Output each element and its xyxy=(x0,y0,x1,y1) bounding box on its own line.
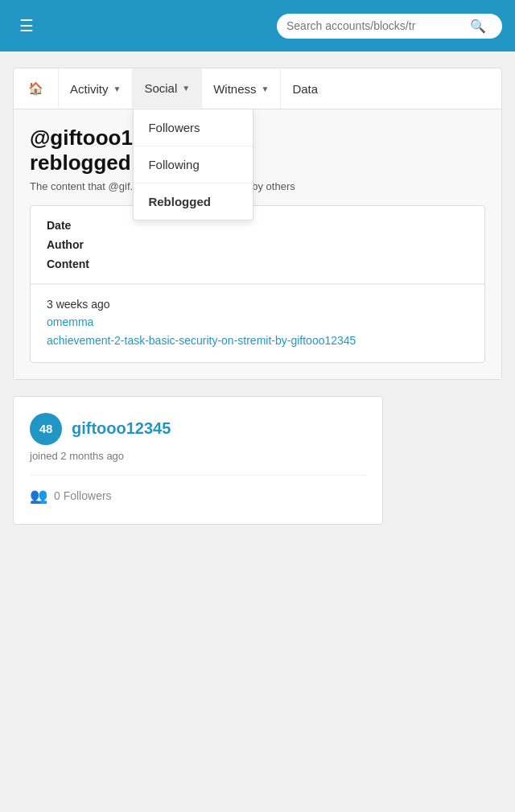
chevron-down-icon-social: ▼ xyxy=(182,84,190,93)
search-icon[interactable]: 🔍 xyxy=(470,19,486,34)
tab-nav: 🏠 Activity ▼ Social ▼ Followers Followin… xyxy=(14,68,501,109)
home-icon: 🏠 xyxy=(28,81,43,96)
divider xyxy=(30,475,366,476)
table-col-author: Author xyxy=(47,238,468,251)
avatar: 48 xyxy=(30,413,62,445)
table-header: Date Author Content xyxy=(31,206,484,284)
table-col-content: Content xyxy=(47,258,468,270)
page-title: @giftooo1 content reblogged rs xyxy=(30,126,485,175)
profile-followers: 👥 0 Followers xyxy=(30,487,366,505)
dropdown-item-following[interactable]: Following xyxy=(134,146,253,183)
followers-icon: 👥 xyxy=(30,487,47,505)
tab-social[interactable]: Social ▼ xyxy=(133,68,202,108)
hamburger-icon[interactable]: ☰ xyxy=(13,10,40,42)
tab-content-area: @giftooo1 content reblogged rs The conte… xyxy=(14,109,501,379)
search-bar: 🔍 xyxy=(277,14,502,39)
profile-username[interactable]: giftooo12345 xyxy=(72,419,171,438)
followers-count: 0 Followers xyxy=(54,489,112,502)
tab-witness-label: Witness xyxy=(213,82,256,96)
table-col-date: Date xyxy=(47,219,468,232)
main-content: 🏠 Activity ▼ Social ▼ Followers Followin… xyxy=(0,52,515,541)
app-header: ☰ 🔍 xyxy=(0,0,515,52)
cell-content[interactable]: achievement-2-task-basic-security-on-str… xyxy=(47,333,468,349)
page-title-line1: @giftooo1 xyxy=(30,126,133,150)
data-table: Date Author Content 3 weeks ago omemma a… xyxy=(30,205,485,363)
tab-card: 🏠 Activity ▼ Social ▼ Followers Followin… xyxy=(13,68,502,380)
tab-data-label: Data xyxy=(292,82,318,96)
tab-data[interactable]: Data xyxy=(281,68,329,109)
dropdown-item-reblogged[interactable]: Reblogged xyxy=(134,183,253,220)
social-tab-wrapper: Social ▼ Followers Following Reblogged xyxy=(133,68,202,109)
search-input[interactable] xyxy=(286,19,464,32)
cell-author[interactable]: omemma xyxy=(47,315,468,328)
tab-home[interactable]: 🏠 xyxy=(14,68,59,109)
tab-witness[interactable]: Witness ▼ xyxy=(202,68,281,109)
chevron-down-icon-witness: ▼ xyxy=(262,84,270,93)
tab-activity-label: Activity xyxy=(70,82,109,96)
cell-date: 3 weeks ago xyxy=(47,298,468,311)
dropdown-item-followers[interactable]: Followers xyxy=(134,109,253,146)
tab-activity[interactable]: Activity ▼ xyxy=(59,68,133,109)
tab-social-label: Social xyxy=(144,81,177,95)
social-dropdown-menu: Followers Following Reblogged xyxy=(133,109,253,221)
profile-joined: joined 2 months ago xyxy=(30,450,366,462)
page-subtitle: The content that @gif... created, and re… xyxy=(30,180,485,192)
table-row: 3 weeks ago omemma achievement-2-task-ba… xyxy=(31,284,484,362)
chevron-down-icon: ▼ xyxy=(113,84,122,93)
profile-card: 48 giftooo12345 joined 2 months ago 👥 0 … xyxy=(13,396,383,525)
profile-header: 48 giftooo12345 xyxy=(30,413,366,445)
